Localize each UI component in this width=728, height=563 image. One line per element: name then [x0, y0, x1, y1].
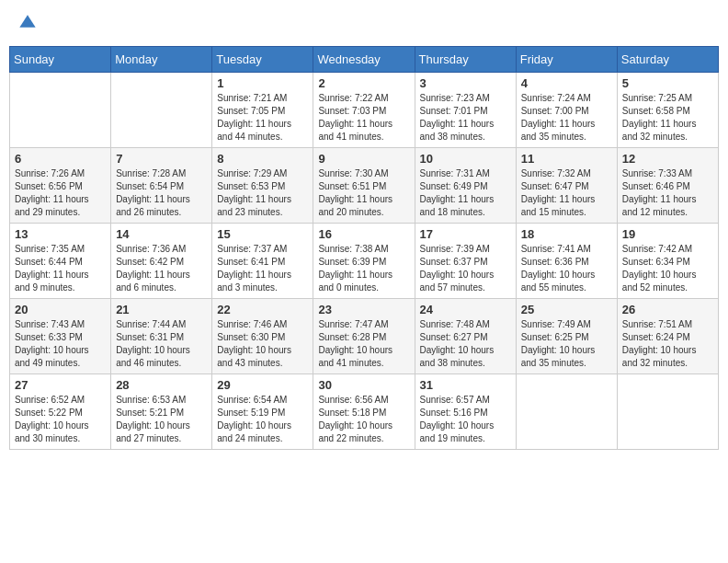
day-number: 29: [217, 378, 308, 392]
calendar-week-3: 13Sunrise: 7:35 AM Sunset: 6:44 PM Dayli…: [10, 224, 719, 299]
day-number: 24: [420, 303, 511, 316]
day-number: 28: [116, 378, 207, 392]
col-header-monday: Monday: [111, 47, 212, 73]
day-info: Sunrise: 7:21 AM Sunset: 7:05 PM Dayligh…: [217, 92, 308, 144]
calendar-cell: 2Sunrise: 7:22 AM Sunset: 7:03 PM Daylig…: [313, 73, 415, 148]
calendar-cell: 18Sunrise: 7:41 AM Sunset: 6:36 PM Dayli…: [516, 224, 617, 299]
calendar-cell: 27Sunrise: 6:52 AM Sunset: 5:22 PM Dayli…: [10, 374, 111, 450]
day-number: 8: [217, 152, 308, 166]
day-number: 20: [15, 303, 106, 316]
day-number: 5: [622, 76, 713, 90]
calendar-cell: 7Sunrise: 7:28 AM Sunset: 6:54 PM Daylig…: [111, 148, 212, 224]
calendar-cell: 14Sunrise: 7:36 AM Sunset: 6:42 PM Dayli…: [111, 224, 212, 299]
day-number: 23: [318, 303, 409, 316]
day-number: 15: [217, 227, 308, 241]
calendar-cell: 6Sunrise: 7:26 AM Sunset: 6:56 PM Daylig…: [10, 148, 111, 224]
col-header-sunday: Sunday: [10, 47, 111, 73]
calendar-table: SundayMondayTuesdayWednesdayThursdayFrid…: [9, 46, 719, 450]
day-info: Sunrise: 6:54 AM Sunset: 5:19 PM Dayligh…: [217, 394, 308, 445]
calendar-cell: 9Sunrise: 7:30 AM Sunset: 6:51 PM Daylig…: [313, 148, 415, 224]
calendar-cell: 22Sunrise: 7:46 AM Sunset: 6:30 PM Dayli…: [212, 299, 313, 374]
svg-marker-0: [19, 15, 35, 27]
calendar-cell: [10, 73, 111, 148]
day-info: Sunrise: 7:35 AM Sunset: 6:44 PM Dayligh…: [15, 243, 106, 294]
day-info: Sunrise: 7:30 AM Sunset: 6:51 PM Dayligh…: [318, 167, 409, 219]
calendar-header-row: SundayMondayTuesdayWednesdayThursdayFrid…: [10, 47, 719, 73]
calendar-cell: 1Sunrise: 7:21 AM Sunset: 7:05 PM Daylig…: [212, 73, 313, 148]
day-info: Sunrise: 7:39 AM Sunset: 6:37 PM Dayligh…: [420, 243, 511, 294]
day-info: Sunrise: 6:53 AM Sunset: 5:21 PM Dayligh…: [116, 394, 207, 445]
col-header-wednesday: Wednesday: [313, 47, 415, 73]
day-number: 30: [318, 378, 409, 392]
day-info: Sunrise: 7:51 AM Sunset: 6:24 PM Dayligh…: [622, 318, 713, 370]
day-number: 16: [318, 227, 409, 241]
day-info: Sunrise: 6:52 AM Sunset: 5:22 PM Dayligh…: [15, 394, 106, 445]
day-info: Sunrise: 6:57 AM Sunset: 5:16 PM Dayligh…: [420, 394, 511, 445]
day-number: 13: [15, 227, 106, 241]
calendar-cell: 23Sunrise: 7:47 AM Sunset: 6:28 PM Dayli…: [313, 299, 415, 374]
day-info: Sunrise: 7:49 AM Sunset: 6:25 PM Dayligh…: [521, 318, 612, 370]
day-number: 27: [15, 378, 106, 392]
col-header-friday: Friday: [516, 47, 617, 73]
day-number: 4: [521, 76, 612, 90]
col-header-tuesday: Tuesday: [212, 47, 313, 73]
calendar-cell: 3Sunrise: 7:23 AM Sunset: 7:01 PM Daylig…: [415, 73, 516, 148]
calendar-cell: 4Sunrise: 7:24 AM Sunset: 7:00 PM Daylig…: [516, 73, 617, 148]
calendar-cell: [617, 374, 718, 450]
day-number: 6: [15, 152, 106, 166]
calendar-cell: 20Sunrise: 7:43 AM Sunset: 6:33 PM Dayli…: [10, 299, 111, 374]
day-info: Sunrise: 7:36 AM Sunset: 6:42 PM Dayligh…: [116, 243, 207, 294]
calendar-cell: 10Sunrise: 7:31 AM Sunset: 6:49 PM Dayli…: [415, 148, 516, 224]
calendar-cell: 28Sunrise: 6:53 AM Sunset: 5:21 PM Dayli…: [111, 374, 212, 450]
day-number: 18: [521, 227, 612, 241]
calendar-cell: 24Sunrise: 7:48 AM Sunset: 6:27 PM Dayli…: [415, 299, 516, 374]
calendar-cell: 16Sunrise: 7:38 AM Sunset: 6:39 PM Dayli…: [313, 224, 415, 299]
calendar-cell: 13Sunrise: 7:35 AM Sunset: 6:44 PM Dayli…: [10, 224, 111, 299]
day-number: 2: [318, 76, 409, 90]
calendar-week-2: 6Sunrise: 7:26 AM Sunset: 6:56 PM Daylig…: [10, 148, 719, 224]
day-number: 11: [521, 152, 612, 166]
day-number: 17: [420, 227, 511, 241]
day-info: Sunrise: 7:33 AM Sunset: 6:46 PM Dayligh…: [622, 167, 713, 219]
day-info: Sunrise: 7:42 AM Sunset: 6:34 PM Dayligh…: [622, 243, 713, 294]
calendar-cell: 5Sunrise: 7:25 AM Sunset: 6:58 PM Daylig…: [617, 73, 718, 148]
day-info: Sunrise: 7:44 AM Sunset: 6:31 PM Dayligh…: [116, 318, 207, 370]
day-info: Sunrise: 7:23 AM Sunset: 7:01 PM Dayligh…: [420, 92, 511, 144]
calendar-cell: 31Sunrise: 6:57 AM Sunset: 5:16 PM Dayli…: [415, 374, 516, 450]
day-info: Sunrise: 7:25 AM Sunset: 6:58 PM Dayligh…: [622, 92, 713, 144]
day-number: 10: [420, 152, 511, 166]
day-info: Sunrise: 7:47 AM Sunset: 6:28 PM Dayligh…: [318, 318, 409, 370]
day-number: 14: [116, 227, 207, 241]
day-info: Sunrise: 7:46 AM Sunset: 6:30 PM Dayligh…: [217, 318, 308, 370]
day-info: Sunrise: 7:24 AM Sunset: 7:00 PM Dayligh…: [521, 92, 612, 144]
calendar-cell: [111, 73, 212, 148]
logo-icon: [18, 14, 37, 32]
calendar-cell: 12Sunrise: 7:33 AM Sunset: 6:46 PM Dayli…: [617, 148, 718, 224]
day-number: 12: [622, 152, 713, 166]
day-number: 21: [116, 303, 207, 316]
day-number: 1: [217, 76, 308, 90]
day-info: Sunrise: 7:38 AM Sunset: 6:39 PM Dayligh…: [318, 243, 409, 294]
calendar-week-5: 27Sunrise: 6:52 AM Sunset: 5:22 PM Dayli…: [10, 374, 719, 450]
day-number: 9: [318, 152, 409, 166]
day-info: Sunrise: 6:56 AM Sunset: 5:18 PM Dayligh…: [318, 394, 409, 445]
day-info: Sunrise: 7:29 AM Sunset: 6:53 PM Dayligh…: [217, 167, 308, 219]
day-number: 31: [420, 378, 511, 392]
calendar-cell: 15Sunrise: 7:37 AM Sunset: 6:41 PM Dayli…: [212, 224, 313, 299]
calendar-cell: 30Sunrise: 6:56 AM Sunset: 5:18 PM Dayli…: [313, 374, 415, 450]
col-header-saturday: Saturday: [617, 47, 718, 73]
day-number: 19: [622, 227, 713, 241]
page-header: [9, 9, 719, 37]
day-info: Sunrise: 7:37 AM Sunset: 6:41 PM Dayligh…: [217, 243, 308, 294]
day-info: Sunrise: 7:32 AM Sunset: 6:47 PM Dayligh…: [521, 167, 612, 219]
calendar-cell: 26Sunrise: 7:51 AM Sunset: 6:24 PM Dayli…: [617, 299, 718, 374]
calendar-week-4: 20Sunrise: 7:43 AM Sunset: 6:33 PM Dayli…: [10, 299, 719, 374]
day-info: Sunrise: 7:26 AM Sunset: 6:56 PM Dayligh…: [15, 167, 106, 219]
calendar-cell: 21Sunrise: 7:44 AM Sunset: 6:31 PM Dayli…: [111, 299, 212, 374]
day-info: Sunrise: 7:48 AM Sunset: 6:27 PM Dayligh…: [420, 318, 511, 370]
calendar-week-1: 1Sunrise: 7:21 AM Sunset: 7:05 PM Daylig…: [10, 73, 719, 148]
day-info: Sunrise: 7:31 AM Sunset: 6:49 PM Dayligh…: [420, 167, 511, 219]
day-number: 3: [420, 76, 511, 90]
logo: [18, 14, 39, 32]
calendar-cell: 19Sunrise: 7:42 AM Sunset: 6:34 PM Dayli…: [617, 224, 718, 299]
